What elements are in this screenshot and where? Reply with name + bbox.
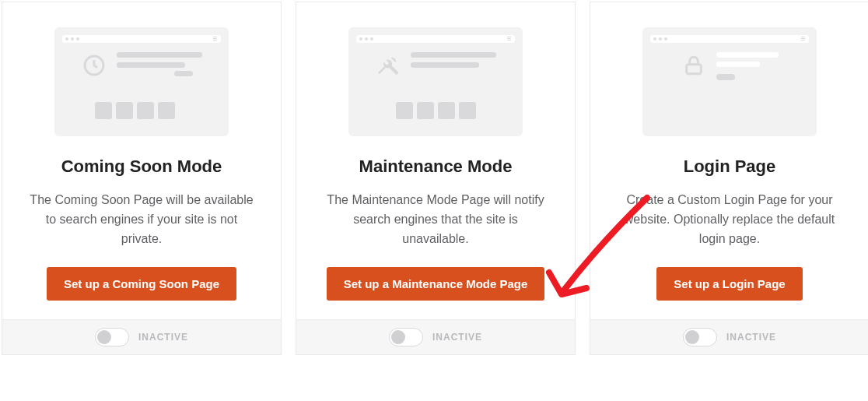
card-title: Coming Soon Mode bbox=[61, 157, 222, 177]
illustration-login bbox=[642, 27, 817, 136]
illustration-coming-soon bbox=[54, 27, 229, 136]
card-title: Maintenance Mode bbox=[359, 157, 513, 177]
coming-soon-setup-button[interactable]: Set up a Coming Soon Page bbox=[47, 267, 236, 301]
card-body: Coming Soon Mode The Coming Soon Page wi… bbox=[2, 2, 281, 319]
card-footer: INACTIVE bbox=[296, 319, 575, 354]
maintenance-setup-button[interactable]: Set up a Maintenance Mode Page bbox=[327, 267, 545, 301]
card-title: Login Page bbox=[684, 157, 776, 177]
status-label: INACTIVE bbox=[726, 332, 776, 343]
browser-bar bbox=[62, 35, 221, 43]
status-label: INACTIVE bbox=[138, 332, 188, 343]
login-setup-button[interactable]: Set up a Login Page bbox=[656, 267, 802, 301]
card-footer: INACTIVE bbox=[2, 319, 281, 354]
illustration-maintenance bbox=[348, 27, 523, 136]
card-login: Login Page Create a Custom Login Page fo… bbox=[590, 2, 868, 355]
browser-bar bbox=[650, 35, 809, 43]
card-maintenance: Maintenance Mode The Maintenance Mode Pa… bbox=[296, 2, 576, 355]
card-footer: INACTIVE bbox=[590, 319, 868, 354]
card-coming-soon: Coming Soon Mode The Coming Soon Page wi… bbox=[2, 2, 282, 355]
svg-rect-2 bbox=[687, 65, 702, 74]
card-body: Login Page Create a Custom Login Page fo… bbox=[590, 2, 868, 319]
toggle-login[interactable] bbox=[683, 328, 717, 346]
card-description: The Coming Soon Page will be available t… bbox=[26, 191, 257, 250]
lock-icon bbox=[681, 52, 707, 79]
status-label: INACTIVE bbox=[432, 332, 482, 343]
card-description: The Maintenance Mode Page will notify se… bbox=[320, 191, 551, 250]
toggle-coming-soon[interactable] bbox=[95, 328, 129, 346]
tools-icon bbox=[375, 52, 401, 79]
clock-icon bbox=[81, 52, 107, 79]
card-body: Maintenance Mode The Maintenance Mode Pa… bbox=[296, 2, 575, 319]
toggle-maintenance[interactable] bbox=[389, 328, 423, 346]
card-description: Create a Custom Login Page for your webs… bbox=[614, 191, 845, 250]
browser-bar bbox=[356, 35, 515, 43]
